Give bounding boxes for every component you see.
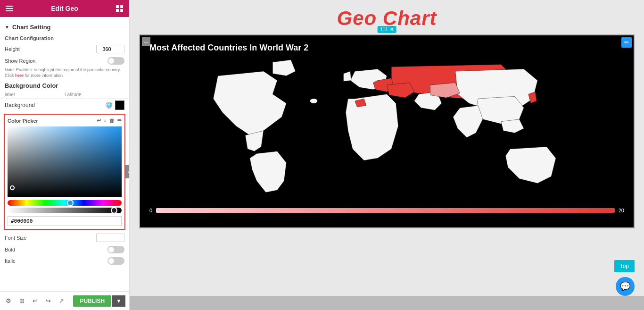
bubble-value: 111	[380, 27, 388, 32]
chart-setting-section[interactable]: ▼ Chart Setting	[0, 21, 129, 34]
note-text: Note: Enable it to highlight the region …	[0, 67, 129, 80]
opacity-thumb	[111, 207, 117, 214]
svg-point-1	[310, 99, 318, 103]
top-button[interactable]: Top	[614, 260, 635, 272]
chart-setting-label: Chart Setting	[12, 24, 51, 31]
background-label: Background	[5, 102, 35, 109]
chart-container: — ✏ Most Affected Countries In World War…	[139, 34, 635, 228]
show-region-row: Show Region	[0, 55, 129, 67]
note-link[interactable]: here	[15, 73, 24, 78]
globe-icon[interactable]: 🌐	[106, 102, 112, 109]
publish-group: PUBLISH ▼	[73, 295, 125, 307]
bg-color-label: Background Color	[0, 80, 129, 91]
scale-bar	[156, 208, 615, 213]
hamburger-icon[interactable]	[6, 6, 13, 11]
publish-button[interactable]: PUBLISH	[73, 295, 111, 307]
eyedropper-icon[interactable]: ✏	[117, 117, 122, 124]
bold-row: Bold	[0, 244, 129, 255]
background-icons: 🌐	[106, 101, 124, 110]
hue-thumb	[67, 200, 74, 206]
show-region-toggle[interactable]	[107, 57, 124, 65]
sidebar: Edit Geo ▼ Chart Setting Chart Configura…	[0, 0, 130, 310]
hex-input-wrapper	[8, 216, 122, 226]
more-button[interactable]: ▼	[112, 295, 125, 307]
world-map	[149, 58, 624, 204]
cyan-bubble: 111 ✕	[377, 26, 396, 33]
bubble-close-icon[interactable]: ✕	[390, 27, 394, 32]
collapse-panel-icon[interactable]: ‹	[125, 165, 129, 178]
table-headers: label Latitude	[0, 91, 129, 98]
chart-config-label: Chart Configuration	[0, 34, 129, 43]
chat-button[interactable]: 💬	[616, 277, 635, 296]
col-latitude: Latitude	[65, 92, 124, 97]
sidebar-title: Edit Geo	[51, 5, 78, 12]
color-picker-section: Color Picker ↩ + 🗑 ✏	[4, 114, 125, 230]
chart-inner: Most Affected Countries In World War 2	[140, 35, 634, 227]
add-icon[interactable]: +	[104, 118, 107, 124]
edit-pencil-icon[interactable]: ✏	[621, 37, 632, 48]
grid-icon[interactable]	[116, 5, 124, 12]
sidebar-header: Edit Geo	[0, 0, 129, 17]
undo-footer-icon[interactable]: ↩	[30, 296, 40, 306]
opacity-slider[interactable]	[8, 208, 122, 213]
main-content: Geo Chart 111 ✕ — ✏ Most Affected Countr…	[130, 0, 644, 310]
color-picker-label: Color Picker	[8, 118, 38, 124]
color-picker-actions: ↩ + 🗑 ✏	[97, 117, 122, 124]
col-label: label	[5, 92, 65, 97]
collapse-arrow-icon: ▼	[5, 25, 9, 30]
italic-row: Italic	[0, 255, 129, 267]
share-icon[interactable]: ↗	[57, 296, 66, 306]
bottom-gray-bar	[130, 296, 644, 310]
italic-label: Italic	[5, 258, 16, 264]
color-scale-bar: 0 20	[149, 208, 624, 213]
height-input[interactable]	[96, 45, 124, 53]
redo-footer-icon[interactable]: ↪	[43, 296, 53, 306]
color-swatch[interactable]	[115, 101, 124, 110]
hex-input[interactable]	[8, 216, 122, 226]
sidebar-content: ▼ Chart Setting Chart Configuration Heig…	[0, 17, 129, 291]
hue-slider[interactable]	[8, 200, 122, 206]
italic-toggle[interactable]	[107, 257, 124, 265]
minimize-icon[interactable]: —	[142, 37, 150, 46]
picker-dot	[10, 185, 15, 190]
bold-toggle[interactable]	[107, 246, 124, 253]
font-size-row: Font Size	[0, 232, 129, 244]
footer-icons: ⚙ ⊞ ↩ ↪ ↗	[4, 296, 66, 306]
undo-icon[interactable]: ↩	[97, 117, 101, 124]
show-region-label: Show Region	[5, 58, 35, 64]
settings-icon[interactable]: ⚙	[4, 296, 13, 306]
scale-max: 20	[619, 208, 624, 213]
color-gradient[interactable]	[8, 126, 122, 197]
trash-icon[interactable]: 🗑	[109, 118, 115, 124]
height-row: Height	[0, 43, 129, 55]
world-map-svg	[149, 58, 624, 204]
font-size-label: Font Size	[5, 235, 26, 241]
background-row: Background 🌐	[0, 98, 129, 112]
color-picker-header: Color Picker ↩ + 🗑 ✏	[8, 117, 122, 124]
font-size-input[interactable]	[96, 234, 124, 242]
bold-label: Bold	[5, 247, 15, 252]
chart-map-title: Most Affected Countries In World War 2	[149, 43, 624, 53]
height-label: Height	[5, 46, 20, 52]
layers-icon[interactable]: ⊞	[17, 296, 26, 306]
scale-min: 0	[149, 208, 152, 213]
sidebar-footer: ⚙ ⊞ ↩ ↪ ↗ PUBLISH ▼	[0, 291, 129, 310]
